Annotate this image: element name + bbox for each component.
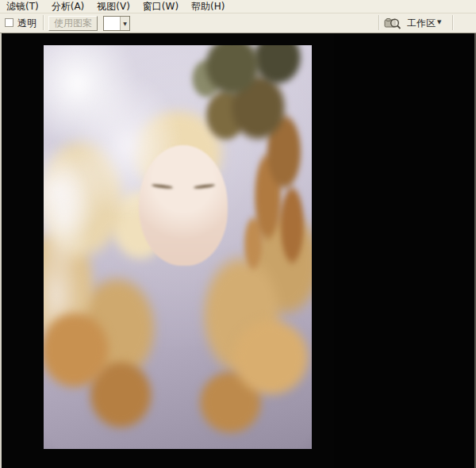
options-separator — [43, 15, 44, 30]
menu-item-help[interactable]: 帮助(H) — [186, 0, 232, 13]
transparent-checkbox-label: 透明 — [17, 17, 36, 30]
workspace-dropdown-icon[interactable]: ▼ — [437, 19, 441, 25]
menu-item-analysis[interactable]: 分析(A) — [47, 0, 93, 13]
photoshop-window: 滤镜(T) 分析(A) 视图(V) 窗口(W) 帮助(H) 透明 使用图案 ▼ … — [0, 0, 476, 468]
options-separator — [378, 15, 380, 30]
pattern-swatch[interactable] — [104, 17, 121, 30]
main-area: » — × 图层 × 动作 通道 历史记录 — [0, 33, 476, 468]
swatch-dropdown-icon[interactable]: ▼ — [121, 17, 129, 30]
document-photo[interactable] — [44, 45, 312, 449]
transparent-checkbox[interactable] — [5, 18, 13, 27]
pattern-swatch-picker[interactable]: ▼ — [103, 16, 130, 31]
menu-bar: 滤镜(T) 分析(A) 视图(V) 窗口(W) 帮助(H) — [0, 0, 476, 13]
canvas-area[interactable] — [2, 33, 334, 468]
workspace-button[interactable]: 工作区 — [407, 17, 436, 30]
menu-item-filter[interactable]: 滤镜(T) — [2, 0, 47, 13]
tool-options-bar: 透明 使用图案 ▼ 工作区 ▼ — [0, 13, 476, 33]
photo-vignette — [44, 45, 312, 449]
menu-item-window[interactable]: 窗口(W) — [138, 0, 186, 13]
options-separator — [452, 15, 454, 30]
bridge-icon[interactable] — [384, 17, 401, 32]
use-pattern-button[interactable]: 使用图案 — [48, 16, 98, 31]
menu-item-view[interactable]: 视图(V) — [92, 0, 138, 13]
